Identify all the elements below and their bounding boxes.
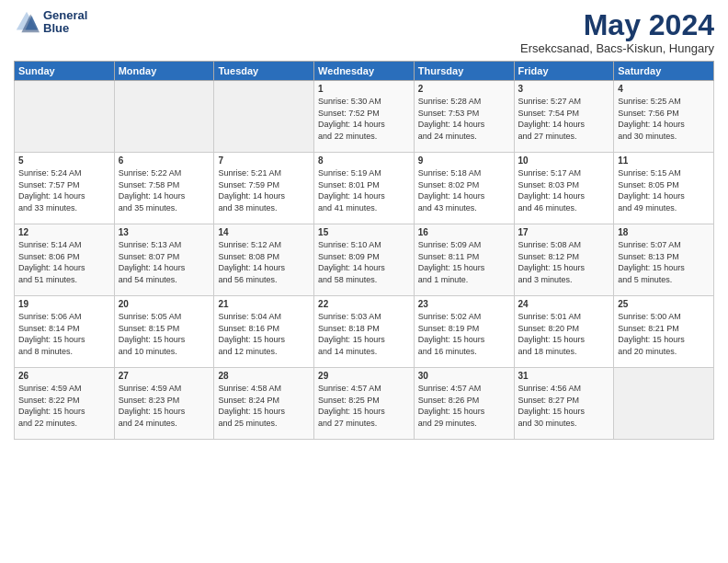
day-info: Sunrise: 5:24 AM Sunset: 7:57 PM Dayligh… (18, 167, 110, 213)
day-number: 18 (618, 227, 710, 237)
day-number: 31 (518, 371, 610, 381)
day-number: 4 (618, 84, 710, 94)
day-number: 2 (418, 84, 510, 94)
title-area: May 2024 Ersekcsanad, Bacs-Kiskun, Hunga… (520, 9, 714, 55)
day-info: Sunrise: 4:56 AM Sunset: 8:27 PM Dayligh… (518, 383, 610, 429)
header-saturday: Saturday (614, 62, 714, 81)
calendar-cell: 20Sunrise: 5:05 AM Sunset: 8:15 PM Dayli… (114, 296, 214, 368)
day-number: 1 (318, 84, 410, 94)
day-number: 17 (518, 227, 610, 237)
day-info: Sunrise: 5:00 AM Sunset: 8:21 PM Dayligh… (618, 311, 710, 357)
day-info: Sunrise: 5:18 AM Sunset: 8:02 PM Dayligh… (418, 167, 510, 213)
day-info: Sunrise: 4:57 AM Sunset: 8:25 PM Dayligh… (318, 383, 410, 429)
day-number: 15 (318, 227, 410, 237)
day-info: Sunrise: 5:07 AM Sunset: 8:13 PM Dayligh… (618, 239, 710, 285)
calendar-cell: 3Sunrise: 5:27 AM Sunset: 7:54 PM Daylig… (514, 81, 614, 153)
day-number: 25 (618, 299, 710, 309)
calendar-cell: 8Sunrise: 5:19 AM Sunset: 8:01 PM Daylig… (314, 153, 415, 224)
day-number: 23 (418, 299, 510, 309)
day-info: Sunrise: 5:02 AM Sunset: 8:19 PM Dayligh… (418, 311, 510, 357)
calendar-cell: 29Sunrise: 4:57 AM Sunset: 8:25 PM Dayli… (314, 368, 415, 440)
calendar-cell: 15Sunrise: 5:10 AM Sunset: 8:09 PM Dayli… (314, 224, 415, 296)
calendar-cell: 1Sunrise: 5:30 AM Sunset: 7:52 PM Daylig… (314, 81, 415, 153)
day-number: 7 (218, 155, 310, 166)
calendar-header-row: Sunday Monday Tuesday Wednesday Thursday… (15, 62, 714, 81)
calendar-week-1: 5Sunrise: 5:24 AM Sunset: 7:57 PM Daylig… (15, 153, 714, 224)
day-number: 30 (418, 371, 510, 381)
calendar-cell: 9Sunrise: 5:18 AM Sunset: 8:02 PM Daylig… (414, 153, 514, 224)
calendar-cell: 19Sunrise: 5:06 AM Sunset: 8:14 PM Dayli… (15, 296, 115, 368)
page-container: General Blue May 2024 Ersekcsanad, Bacs-… (0, 0, 728, 444)
day-number: 24 (518, 299, 610, 309)
logo-line1: General (43, 9, 87, 22)
calendar-week-2: 12Sunrise: 5:14 AM Sunset: 8:06 PM Dayli… (15, 224, 714, 296)
day-info: Sunrise: 5:05 AM Sunset: 8:15 PM Dayligh… (119, 311, 210, 357)
day-info: Sunrise: 5:14 AM Sunset: 8:06 PM Dayligh… (18, 239, 110, 285)
calendar-cell: 13Sunrise: 5:13 AM Sunset: 8:07 PM Dayli… (114, 224, 214, 296)
calendar-cell (614, 368, 714, 440)
calendar-cell: 24Sunrise: 5:01 AM Sunset: 8:20 PM Dayli… (514, 296, 614, 368)
day-number: 19 (18, 299, 110, 309)
day-info: Sunrise: 5:04 AM Sunset: 8:16 PM Dayligh… (218, 311, 310, 357)
logo-icon (14, 9, 40, 35)
calendar-cell: 28Sunrise: 4:58 AM Sunset: 8:24 PM Dayli… (214, 368, 314, 440)
calendar-cell: 27Sunrise: 4:59 AM Sunset: 8:23 PM Dayli… (114, 368, 214, 440)
calendar-cell: 30Sunrise: 4:57 AM Sunset: 8:26 PM Dayli… (414, 368, 514, 440)
calendar-week-4: 26Sunrise: 4:59 AM Sunset: 8:22 PM Dayli… (15, 368, 714, 440)
day-info: Sunrise: 4:57 AM Sunset: 8:26 PM Dayligh… (418, 383, 510, 429)
day-info: Sunrise: 4:59 AM Sunset: 8:22 PM Dayligh… (18, 383, 110, 429)
header-wednesday: Wednesday (314, 62, 415, 81)
calendar-cell: 2Sunrise: 5:28 AM Sunset: 7:53 PM Daylig… (414, 81, 514, 153)
day-info: Sunrise: 5:10 AM Sunset: 8:09 PM Dayligh… (318, 239, 410, 285)
day-info: Sunrise: 5:03 AM Sunset: 8:18 PM Dayligh… (318, 311, 410, 357)
calendar-cell: 25Sunrise: 5:00 AM Sunset: 8:21 PM Dayli… (614, 296, 714, 368)
day-number: 26 (18, 371, 110, 381)
day-number: 13 (119, 227, 210, 237)
calendar-cell (114, 81, 214, 153)
calendar-cell: 4Sunrise: 5:25 AM Sunset: 7:56 PM Daylig… (614, 81, 714, 153)
calendar-cell: 10Sunrise: 5:17 AM Sunset: 8:03 PM Dayli… (514, 153, 614, 224)
day-number: 8 (318, 155, 410, 166)
calendar-week-3: 19Sunrise: 5:06 AM Sunset: 8:14 PM Dayli… (15, 296, 714, 368)
day-number: 9 (418, 155, 510, 166)
day-info: Sunrise: 5:13 AM Sunset: 8:07 PM Dayligh… (119, 239, 210, 285)
day-number: 12 (18, 227, 110, 237)
calendar-week-0: 1Sunrise: 5:30 AM Sunset: 7:52 PM Daylig… (15, 81, 714, 153)
day-number: 10 (518, 155, 610, 166)
calendar-table: Sunday Monday Tuesday Wednesday Thursday… (14, 61, 714, 440)
header-thursday: Thursday (414, 62, 514, 81)
header-sunday: Sunday (15, 62, 115, 81)
day-info: Sunrise: 5:17 AM Sunset: 8:03 PM Dayligh… (518, 167, 610, 213)
day-number: 20 (119, 299, 210, 309)
day-number: 29 (318, 371, 410, 381)
header-friday: Friday (514, 62, 614, 81)
day-info: Sunrise: 5:27 AM Sunset: 7:54 PM Dayligh… (518, 96, 610, 142)
day-info: Sunrise: 5:09 AM Sunset: 8:11 PM Dayligh… (418, 239, 510, 285)
day-info: Sunrise: 5:30 AM Sunset: 7:52 PM Dayligh… (318, 96, 410, 142)
day-number: 6 (119, 155, 210, 166)
calendar-cell: 21Sunrise: 5:04 AM Sunset: 8:16 PM Dayli… (214, 296, 314, 368)
calendar-cell: 6Sunrise: 5:22 AM Sunset: 7:58 PM Daylig… (114, 153, 214, 224)
calendar-cell: 26Sunrise: 4:59 AM Sunset: 8:22 PM Dayli… (15, 368, 115, 440)
logo-text: General Blue (43, 9, 87, 36)
logo-line2: Blue (43, 22, 87, 35)
calendar-cell: 7Sunrise: 5:21 AM Sunset: 7:59 PM Daylig… (214, 153, 314, 224)
calendar-cell (214, 81, 314, 153)
location-title: Ersekcsanad, Bacs-Kiskun, Hungary (520, 41, 714, 55)
day-number: 16 (418, 227, 510, 237)
day-info: Sunrise: 5:15 AM Sunset: 8:05 PM Dayligh… (618, 167, 710, 213)
calendar-cell: 23Sunrise: 5:02 AM Sunset: 8:19 PM Dayli… (414, 296, 514, 368)
day-info: Sunrise: 5:22 AM Sunset: 7:58 PM Dayligh… (119, 167, 210, 213)
day-info: Sunrise: 5:19 AM Sunset: 8:01 PM Dayligh… (318, 167, 410, 213)
day-info: Sunrise: 4:59 AM Sunset: 8:23 PM Dayligh… (119, 383, 210, 429)
header-tuesday: Tuesday (214, 62, 314, 81)
calendar-cell: 5Sunrise: 5:24 AM Sunset: 7:57 PM Daylig… (15, 153, 115, 224)
day-info: Sunrise: 5:12 AM Sunset: 8:08 PM Dayligh… (218, 239, 310, 285)
header: General Blue May 2024 Ersekcsanad, Bacs-… (14, 9, 714, 55)
calendar-cell (15, 81, 115, 153)
day-number: 5 (18, 155, 110, 166)
calendar-cell: 18Sunrise: 5:07 AM Sunset: 8:13 PM Dayli… (614, 224, 714, 296)
day-number: 27 (119, 371, 210, 381)
calendar-cell: 16Sunrise: 5:09 AM Sunset: 8:11 PM Dayli… (414, 224, 514, 296)
day-number: 21 (218, 299, 310, 309)
